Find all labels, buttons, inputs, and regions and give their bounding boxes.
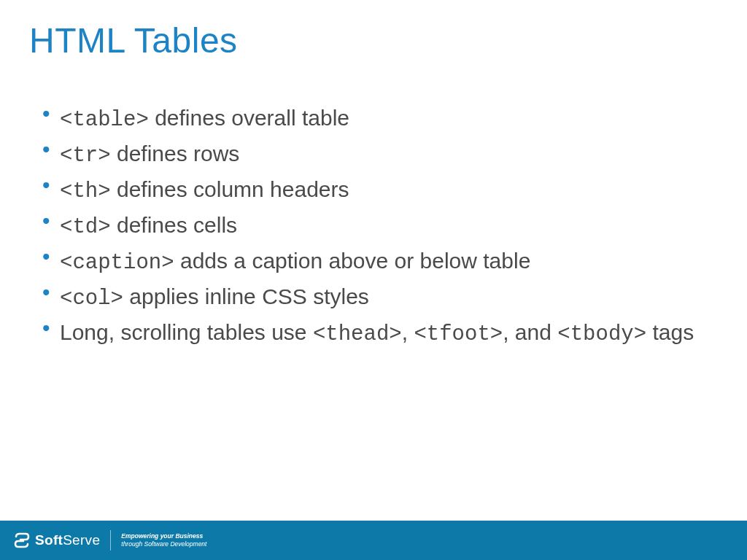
code-tag: <th> xyxy=(60,179,111,203)
logo-group: SoftServe Empowering your Business throu… xyxy=(13,521,206,560)
code-tag: <tr> xyxy=(60,144,111,168)
brand-name: SoftServe xyxy=(35,532,100,548)
brand-light: Serve xyxy=(63,532,100,548)
list-item: <table> defines overall table xyxy=(41,101,706,137)
item-text: defines rows xyxy=(111,141,240,166)
item-text: Long, scrolling tables use xyxy=(60,320,313,344)
item-text: , xyxy=(402,320,414,344)
list-item: <caption> adds a caption above or below … xyxy=(41,244,706,280)
item-text: adds a caption above or below table xyxy=(174,249,531,273)
bullet-list: <table> defines overall table <tr> defin… xyxy=(41,101,706,351)
item-text: defines column headers xyxy=(111,177,349,201)
slide-title: HTML Tables xyxy=(0,0,747,61)
list-item: <th> defines column headers xyxy=(41,173,706,209)
slide: HTML Tables <table> defines overall tabl… xyxy=(0,0,747,560)
list-item: Long, scrolling tables use <thead>, <tfo… xyxy=(41,316,706,351)
list-item: <tr> defines rows xyxy=(41,137,706,173)
slide-content: <table> defines overall table <tr> defin… xyxy=(0,61,747,351)
code-tag: <thead> xyxy=(313,322,402,346)
item-text: defines cells xyxy=(111,213,237,237)
code-tag: <col> xyxy=(60,287,123,311)
item-text: , and xyxy=(503,320,557,344)
code-tag: <tbody> xyxy=(557,322,646,346)
list-item: <td> defines cells xyxy=(41,209,706,244)
code-tag: <tfoot> xyxy=(414,322,503,346)
tagline-line: Empowering your Business xyxy=(121,532,206,540)
brand-bold: Soft xyxy=(35,532,63,548)
code-tag: <table> xyxy=(60,108,149,132)
softserve-logo-icon xyxy=(13,532,31,549)
code-tag: <caption> xyxy=(60,251,174,275)
item-text: defines overall table xyxy=(149,106,349,130)
list-item: <col> applies inline CSS styles xyxy=(41,280,706,316)
item-text: tags xyxy=(646,320,694,344)
tagline-line: through Software Development xyxy=(121,540,206,548)
code-tag: <td> xyxy=(60,215,111,239)
footer-bar: SoftServe Empowering your Business throu… xyxy=(0,521,747,560)
item-text: applies inline CSS styles xyxy=(123,284,369,308)
footer-tagline: Empowering your Business through Softwar… xyxy=(121,532,206,548)
footer-divider xyxy=(110,530,111,551)
